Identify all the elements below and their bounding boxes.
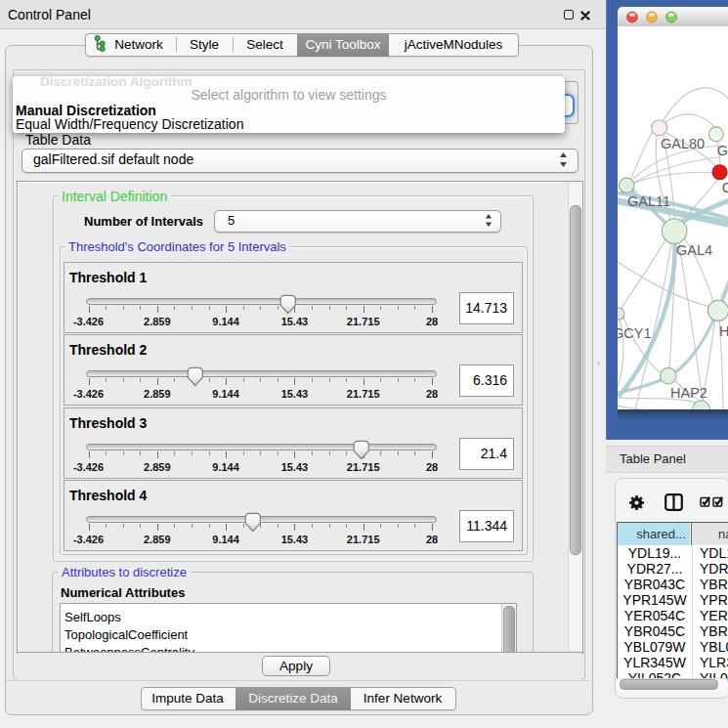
svg-text:GAL4: GAL4 (676, 242, 712, 258)
svg-text:GAL80: GAL80 (661, 136, 705, 151)
svg-text:C: C (722, 180, 728, 195)
svg-text:GCY1: GCY1 (618, 325, 652, 341)
svg-text:GA: GA (717, 143, 728, 158)
svg-text:GAL11: GAL11 (627, 193, 670, 209)
svg-text:HAP2: HAP2 (670, 385, 707, 401)
svg-text:HI: HI (719, 323, 728, 339)
